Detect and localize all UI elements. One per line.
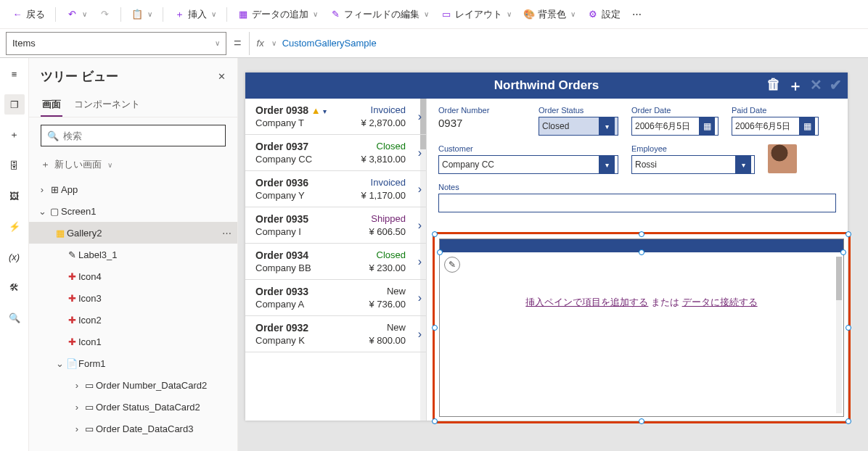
tree-node-label3-1[interactable]: ✎Label3_1: [29, 244, 237, 265]
undo-icon: ↶: [66, 9, 78, 20]
tree-node-icon4[interactable]: ✚Icon4: [29, 265, 237, 287]
paid-date-picker[interactable]: 2006年6月5日▦: [732, 117, 819, 136]
tree-node-gallery2[interactable]: ▦Gallery2⋯: [29, 222, 237, 244]
order-number-value: 0937: [438, 117, 525, 129]
rail-hamburger[interactable]: ≡: [4, 64, 25, 84]
paid-date-label: Paid Date: [732, 106, 819, 115]
settings-button[interactable]: ⚙設定: [583, 5, 625, 24]
back-button[interactable]: ← 戻る: [7, 5, 49, 24]
more-button[interactable]: ⋯: [628, 6, 646, 22]
order-date-picker[interactable]: 2006年6月5日▦: [631, 117, 718, 136]
chevron-right-icon: ›: [418, 328, 422, 341]
paste-button[interactable]: 📋∨: [127, 6, 157, 23]
rail-advanced[interactable]: 🛠: [4, 277, 25, 297]
rail-search[interactable]: 🔍: [4, 307, 25, 328]
insert-button[interactable]: ＋挿入∨: [169, 5, 221, 24]
order-list-item[interactable]: Order 0935ShippedCompany I¥ 606.50›: [245, 207, 426, 244]
tree-node-icon3[interactable]: ✚Icon3: [29, 287, 237, 309]
search-input[interactable]: [63, 131, 219, 141]
edit-template-icon[interactable]: ✎: [444, 257, 460, 273]
order-list-item[interactable]: Order 0938 ▲ ▾InvoicedCompany T¥ 2,870.0…: [245, 99, 426, 135]
rail-variables[interactable]: (x): [4, 247, 25, 267]
trash-icon[interactable]: 🗑: [766, 76, 781, 96]
tree-node-icon1[interactable]: ✚Icon1: [29, 331, 237, 352]
tree-node-orderstatus-card[interactable]: ›▭Order Status_DataCard2: [29, 396, 237, 418]
tree-node-icon2[interactable]: ✚Icon2: [29, 309, 237, 331]
settings-label: 設定: [602, 8, 621, 21]
chevron-down-icon: ▾: [599, 156, 615, 173]
customer-combo[interactable]: Company CC▾: [438, 155, 618, 174]
employee-combo[interactable]: Rossi▾: [631, 155, 755, 174]
rail-data[interactable]: 🗄: [4, 155, 25, 175]
layout-icon: ▭: [441, 9, 452, 20]
plus-icon: ＋: [41, 158, 50, 171]
layout-button[interactable]: ▭レイアウト∨: [436, 5, 516, 24]
canvas[interactable]: Northwind Orders 🗑 ＋ ✕ ✔ Order 0938 ▲ ▾I…: [238, 58, 868, 451]
order-number-label: Order Number: [438, 106, 525, 115]
connect-data-link[interactable]: データに接続する: [682, 297, 758, 307]
order-status-combo[interactable]: Closed▾: [539, 117, 618, 136]
tree-node-ordernumber-card[interactable]: ›▭Order Number_DataCard2: [29, 374, 237, 396]
undo-button[interactable]: ↶∨: [62, 6, 91, 23]
tab-components[interactable]: コンポーネント: [73, 94, 142, 117]
notes-input[interactable]: [438, 194, 836, 212]
edit-fields-button[interactable]: ✎フィールドの編集∨: [325, 5, 433, 24]
formula-input[interactable]: fx ∨ CustomGallerySample: [249, 32, 868, 55]
search-icon: 🔍: [47, 131, 59, 141]
order-list-item[interactable]: Order 0934ClosedCompany BB¥ 230.00›: [245, 244, 426, 280]
new-screen-button[interactable]: ＋ 新しい画面 ∨: [29, 154, 237, 178]
formula-expression: CustomGallerySample: [282, 38, 377, 49]
redo-button[interactable]: ↷: [94, 6, 115, 23]
tree-node-app[interactable]: ›⊞App: [29, 178, 237, 200]
orders-gallery[interactable]: Order 0938 ▲ ▾InvoicedCompany T¥ 2,870.0…: [245, 99, 427, 421]
close-icon[interactable]: ✕: [218, 71, 226, 82]
tab-screens[interactable]: 画面: [41, 94, 62, 117]
tree-search[interactable]: 🔍: [41, 125, 226, 146]
chevron-right-icon: ›: [418, 110, 422, 123]
tree-node-form1[interactable]: ⌄📄Form1: [29, 352, 237, 374]
add-icon[interactable]: ＋: [788, 76, 803, 96]
left-rail: ≡ ❐ ＋ 🗄 🖼 ⚡ (x) 🛠 🔍: [0, 58, 29, 451]
order-list-item[interactable]: Order 0937ClosedCompany CC¥ 3,810.00›: [245, 135, 426, 171]
insert-pane-link[interactable]: 挿入ペインで項目を追加する: [525, 297, 648, 307]
rail-media[interactable]: 🖼: [4, 186, 25, 206]
tree-node-screen1[interactable]: ⌄▢Screen1: [29, 200, 237, 222]
employee-label: Employee: [631, 144, 755, 153]
formula-bar: Items ∨ = fx ∨ CustomGallerySample: [0, 29, 868, 58]
chevron-down-icon: ∨: [82, 10, 87, 18]
tree-node-orderdate-card[interactable]: ›▭Order Date_DataCard3: [29, 418, 237, 439]
more-icon[interactable]: ⋯: [222, 228, 232, 239]
fx-label: fx: [257, 38, 264, 49]
add-data-button[interactable]: ▦データの追加∨: [233, 5, 322, 24]
chevron-down-icon: ∨: [271, 39, 277, 47]
customer-label: Customer: [438, 144, 618, 153]
layout-label: レイアウト: [455, 8, 502, 21]
bgcolor-label: 背景色: [538, 8, 566, 21]
order-list-item[interactable]: Order 0936InvoicedCompany Y¥ 1,170.00›: [245, 171, 426, 207]
data-icon: ▦: [237, 9, 249, 20]
rail-insert[interactable]: ＋: [4, 125, 25, 145]
app-preview: Northwind Orders 🗑 ＋ ✕ ✔ Order 0938 ▲ ▾I…: [245, 73, 848, 421]
edit-fields-label: フィールドの編集: [344, 8, 419, 21]
property-selector[interactable]: Items ∨: [6, 32, 226, 55]
rail-power[interactable]: ⚡: [4, 216, 25, 236]
chevron-down-icon: ∨: [313, 10, 318, 18]
employee-avatar: [768, 144, 797, 173]
calendar-icon: ▦: [699, 117, 715, 135]
insert-label: 挿入: [188, 8, 207, 21]
selection-outline: ✎ 挿入ペインで項目を追加する または データに接続する: [433, 232, 851, 423]
order-list-item[interactable]: Order 0933NewCompany A¥ 736.00›: [245, 280, 426, 316]
cancel-icon[interactable]: ✕: [810, 76, 822, 96]
more-icon: ⋯: [632, 9, 642, 20]
rail-tree-view[interactable]: ❐: [4, 94, 25, 115]
equals-sign: =: [234, 36, 242, 51]
tree-list: ›⊞App ⌄▢Screen1 ▦Gallery2⋯ ✎Label3_1 ✚Ic…: [29, 178, 237, 451]
paste-icon: 📋: [131, 9, 143, 20]
order-list-item[interactable]: Order 0932NewCompany K¥ 800.00›: [245, 316, 426, 352]
bgcolor-button[interactable]: 🎨背景色∨: [519, 5, 580, 24]
order-status-label: Order Status: [539, 106, 618, 115]
order-date-label: Order Date: [631, 106, 718, 115]
save-icon[interactable]: ✔: [830, 76, 842, 96]
app-title: Northwind Orders: [494, 78, 599, 93]
chevron-right-icon: ›: [418, 183, 422, 196]
